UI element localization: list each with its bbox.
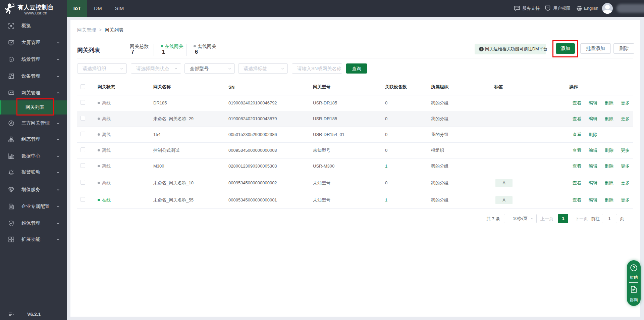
svg-text:?: ? (633, 265, 635, 270)
svg-text:i: i (481, 47, 482, 51)
